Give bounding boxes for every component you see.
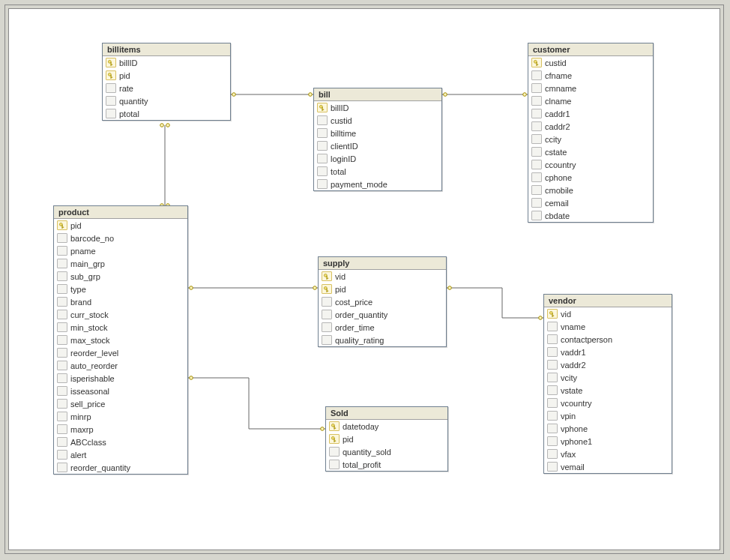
column-row[interactable]: vphone1 [544,435,672,448]
table-header[interactable]: Sold [326,407,447,420]
column-row[interactable]: sell_price [54,397,187,410]
column-row[interactable]: vphone [544,422,672,435]
column-row[interactable]: vaddr2 [544,358,672,371]
column-row[interactable]: clname [528,94,653,107]
table-header[interactable]: vendor [544,295,672,307]
column-row[interactable]: contactperson [544,333,672,346]
column-icon [106,83,116,93]
column-name: order_quantity [335,310,443,319]
column-row[interactable]: order_time [319,321,446,334]
column-row[interactable]: billID [314,101,441,114]
column-row[interactable]: ptotal [103,107,230,120]
column-row[interactable]: cemail [528,196,653,209]
table-header[interactable]: bill [314,88,441,101]
column-row[interactable]: cbdate [528,209,653,222]
column-row[interactable]: isseasonal [54,385,187,397]
table-billitems[interactable]: billitemsbillIDpidratequantityptotal [102,43,231,121]
diagram-canvas[interactable]: billitemsbillIDpidratequantityptotalbill… [8,8,720,550]
svg-rect-50 [334,440,336,441]
table-vendor[interactable]: vendorvidvnamecontactpersonvaddr1vaddr2v… [543,294,672,474]
relationship-line[interactable] [447,288,543,318]
column-row[interactable]: ccountry [528,158,653,171]
column-name: sub_grp [70,272,184,281]
column-row[interactable]: brand [54,295,187,308]
column-row[interactable]: rate [103,82,230,94]
column-row[interactable]: vcountry [544,397,672,409]
column-row[interactable]: cmname [528,82,653,94]
primary-key-icon [322,284,332,294]
column-row[interactable]: vname [544,320,672,333]
table-product[interactable]: productpidbarcode_nopnamemain_grpsub_grp… [53,205,188,475]
column-row[interactable]: ABCclass [54,436,187,448]
column-row[interactable]: cfname [528,69,653,82]
column-row[interactable]: minrp [54,410,187,423]
column-row[interactable]: total_profit [326,458,447,471]
table-header[interactable]: product [54,206,187,219]
column-row[interactable]: datetoday [326,420,447,433]
column-row[interactable]: clientID [314,139,441,152]
column-row[interactable]: ccity [528,133,653,145]
column-row[interactable]: quantity [103,94,230,107]
column-row[interactable]: vid [319,270,446,283]
column-row[interactable]: total [314,165,441,178]
column-row[interactable]: cphone [528,171,653,184]
column-row[interactable]: vemail [544,460,672,473]
column-row[interactable]: pname [54,244,187,257]
column-row[interactable]: sub_grp [54,270,187,283]
svg-point-6 [523,93,527,97]
column-row[interactable]: billtime [314,127,441,139]
column-row[interactable]: custid [528,56,653,69]
column-row[interactable]: pid [54,219,187,232]
column-name: quantity_sold [343,448,444,457]
table-supply[interactable]: supplyvidpidcost_priceorder_quantityorde… [318,256,447,347]
column-row[interactable]: reorder_level [54,346,187,359]
column-name: vcountry [561,399,669,408]
svg-point-18 [321,427,325,431]
column-row[interactable]: vid [544,307,672,320]
column-row[interactable]: maxrp [54,423,187,436]
column-row[interactable]: quality_rating [319,334,446,346]
column-row[interactable]: pid [103,69,230,82]
column-row[interactable]: min_stock [54,321,187,334]
column-row[interactable]: cstate [528,145,653,158]
column-row[interactable]: pid [326,433,447,445]
column-row[interactable]: reorder_quantity [54,461,187,474]
column-icon [547,360,558,370]
relationship-line[interactable] [188,378,325,429]
column-row[interactable]: vcity [544,371,672,384]
column-row[interactable]: quantity_sold [326,445,447,458]
table-sold[interactable]: Solddatetodaypidquantity_soldtotal_profi… [325,406,448,472]
table-header[interactable]: supply [319,257,446,270]
column-row[interactable]: caddr1 [528,107,653,120]
table-bill[interactable]: billbillIDcustidbilltimeclientIDloginIDt… [313,88,442,191]
column-row[interactable]: cmobile [528,184,653,196]
column-row[interactable]: pid [319,283,446,295]
table-customer[interactable]: customercustidcfnamecmnameclnamecaddr1ca… [528,43,654,223]
column-row[interactable]: loginID [314,152,441,165]
column-row[interactable]: main_grp [54,257,187,270]
column-row[interactable]: alert [54,448,187,461]
column-icon [531,172,542,182]
column-row[interactable]: vaddr1 [544,346,672,358]
column-row[interactable]: barcode_no [54,232,187,244]
column-row[interactable]: custid [314,114,441,127]
column-row[interactable]: isperishable [54,372,187,385]
svg-rect-32 [322,109,324,109]
column-name: brand [70,298,184,307]
column-row[interactable]: curr_stock [54,308,187,321]
table-header[interactable]: billitems [103,43,230,56]
column-row[interactable]: order_quantity [319,308,446,321]
column-row[interactable]: caddr2 [528,120,653,133]
column-name: datetoday [343,422,444,431]
column-row[interactable]: vfax [544,448,672,460]
column-row[interactable]: payment_mode [314,178,441,190]
table-header[interactable]: customer [528,43,653,56]
column-row[interactable]: type [54,283,187,295]
column-row[interactable]: vpin [544,409,672,422]
column-row[interactable]: cost_price [319,295,446,308]
column-row[interactable]: max_stock [54,334,187,346]
column-row[interactable]: billID [103,56,230,69]
column-icon [322,297,332,307]
column-row[interactable]: vstate [544,384,672,397]
column-row[interactable]: auto_reorder [54,359,187,372]
